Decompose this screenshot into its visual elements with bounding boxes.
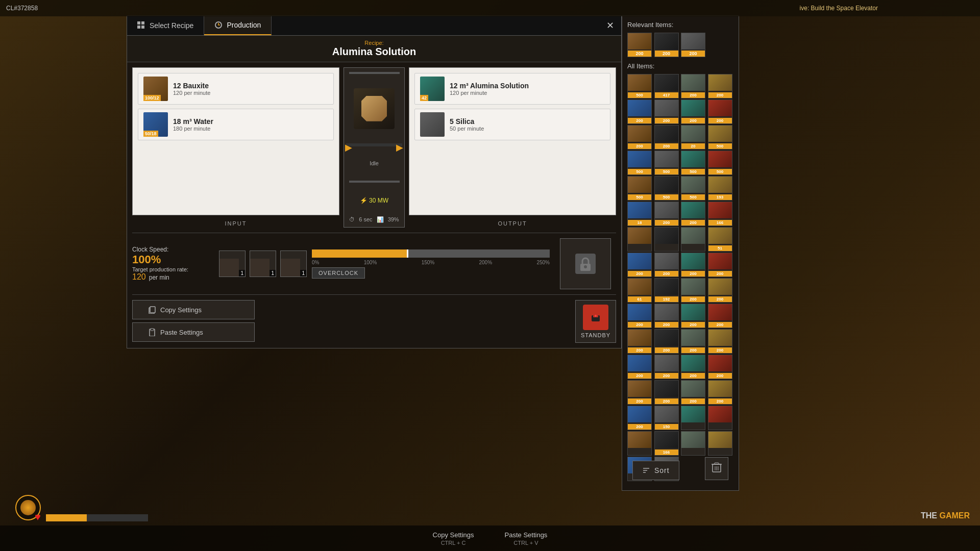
all-item-img-4 xyxy=(628,100,651,116)
all-item-3[interactable]: 200 xyxy=(708,74,732,98)
all-item-55[interactable] xyxy=(708,406,732,430)
all-item-15[interactable]: 500 xyxy=(708,151,732,175)
all-item-33[interactable]: 192 xyxy=(654,278,679,303)
all-item-45[interactable]: 200 xyxy=(654,355,679,379)
relevant-item-1[interactable]: 200 xyxy=(627,33,652,57)
all-item-30[interactable]: 200 xyxy=(681,253,705,277)
all-item-count-21: 200 xyxy=(655,220,678,226)
all-item-1[interactable]: 417 xyxy=(654,74,679,98)
all-item-31[interactable]: 200 xyxy=(708,253,732,277)
trash-button[interactable] xyxy=(705,457,728,480)
all-item-38[interactable]: 200 xyxy=(681,304,705,328)
all-item-8[interactable]: 200 xyxy=(627,125,652,149)
tab-select-recipe[interactable]: Select Recipe xyxy=(127,16,204,35)
all-item-28[interactable]: 200 xyxy=(627,253,652,277)
all-item-29[interactable]: 200 xyxy=(654,253,679,277)
next-recipe-button[interactable]: ▶ xyxy=(396,142,403,153)
all-item-0[interactable]: 500 xyxy=(627,74,652,98)
all-item-count-10: 20 xyxy=(681,143,705,149)
all-item-2[interactable]: 200 xyxy=(681,74,705,98)
all-item-40[interactable]: 200 xyxy=(627,329,652,354)
all-item-36[interactable]: 200 xyxy=(627,304,652,328)
sort-label: Sort xyxy=(654,466,670,474)
tab-production-label: Production xyxy=(227,21,261,29)
all-item-18[interactable]: 500 xyxy=(681,176,705,201)
all-item-54[interactable] xyxy=(681,406,705,430)
all-item-23[interactable]: 166 xyxy=(708,202,732,226)
all-item-22[interactable]: 200 xyxy=(681,202,705,226)
clock-bar[interactable] xyxy=(312,249,550,258)
all-item-20[interactable]: 18 xyxy=(627,202,652,226)
all-item-34[interactable]: 200 xyxy=(681,278,705,303)
all-item-51[interactable]: 200 xyxy=(708,380,732,405)
paste-settings-button[interactable]: Paste Settings xyxy=(132,322,255,342)
shard-2-count: 1 xyxy=(270,270,276,277)
sort-button[interactable]: Sort xyxy=(632,461,679,480)
all-item-42[interactable]: 200 xyxy=(681,329,705,354)
all-item-img-56 xyxy=(628,432,651,448)
prev-recipe-button[interactable]: ▶ xyxy=(345,142,352,153)
all-item-48[interactable]: 200 xyxy=(627,380,652,405)
relevant-item-3[interactable]: 200 xyxy=(681,33,705,57)
shard-slot-1[interactable]: 1 xyxy=(219,251,246,277)
all-item-21[interactable]: 200 xyxy=(654,202,679,226)
all-item-25[interactable] xyxy=(654,227,679,252)
copy-settings-button[interactable]: Copy Settings xyxy=(132,300,255,319)
all-item-24[interactable] xyxy=(627,227,652,252)
shard-3-icon xyxy=(281,259,300,277)
input-label: INPUT xyxy=(225,220,247,227)
all-item-12[interactable]: 500 xyxy=(627,151,652,175)
all-item-17[interactable]: 500 xyxy=(654,176,679,201)
all-item-count-36: 200 xyxy=(628,322,651,328)
all-item-13[interactable]: 500 xyxy=(654,151,679,175)
all-item-44[interactable]: 200 xyxy=(627,355,652,379)
all-item-14[interactable]: 500 xyxy=(681,151,705,175)
all-item-img-20 xyxy=(628,202,651,218)
shard-slot-2[interactable]: 1 xyxy=(250,251,276,277)
close-button[interactable]: ✕ xyxy=(599,16,621,35)
all-item-50[interactable]: 200 xyxy=(681,380,705,405)
all-item-count-5: 200 xyxy=(655,118,678,123)
all-item-32[interactable]: 61 xyxy=(627,278,652,303)
all-item-52[interactable]: 200 xyxy=(627,406,652,430)
relevant-item-2[interactable]: 200 xyxy=(654,33,679,57)
lock-icon xyxy=(575,254,596,274)
all-item-10[interactable]: 20 xyxy=(681,125,705,149)
silica-rate: 50 per minute xyxy=(450,126,605,132)
all-item-26[interactable] xyxy=(681,227,705,252)
all-item-39[interactable]: 200 xyxy=(708,304,732,328)
all-item-11[interactable]: 500 xyxy=(708,125,732,149)
all-item-59[interactable] xyxy=(708,431,732,456)
all-item-img-13 xyxy=(655,151,678,167)
all-item-6[interactable]: 200 xyxy=(681,99,705,124)
all-item-16[interactable]: 500 xyxy=(627,176,652,201)
all-item-7[interactable]: 200 xyxy=(708,99,732,124)
all-item-img-18 xyxy=(681,177,705,193)
lock-slot[interactable] xyxy=(560,238,611,289)
all-item-5[interactable]: 200 xyxy=(654,99,679,124)
all-item-9[interactable]: 200 xyxy=(654,125,679,149)
all-item-img-2 xyxy=(681,74,705,91)
all-item-47[interactable]: 200 xyxy=(708,355,732,379)
tab-production[interactable]: Production xyxy=(204,16,272,35)
clock-target-value: 120 xyxy=(132,272,146,282)
all-item-4[interactable]: 200 xyxy=(627,99,652,124)
all-item-19[interactable]: 193 xyxy=(708,176,732,201)
all-item-37[interactable]: 200 xyxy=(654,304,679,328)
all-item-35[interactable]: 200 xyxy=(708,278,732,303)
all-item-41[interactable]: 200 xyxy=(654,329,679,354)
all-item-49[interactable]: 200 xyxy=(654,380,679,405)
all-item-count-57: 166 xyxy=(655,449,678,455)
overclock-button[interactable]: OVERCLOCK xyxy=(312,267,365,279)
all-item-46[interactable]: 200 xyxy=(681,355,705,379)
all-item-43[interactable]: 200 xyxy=(708,329,732,354)
all-item-57[interactable]: 166 xyxy=(654,431,679,456)
shard-slot-3[interactable]: 1 xyxy=(280,251,307,277)
all-item-27[interactable]: 51 xyxy=(708,227,732,252)
relevant-item-3-img xyxy=(681,33,705,49)
standby-button[interactable]: STANDBY xyxy=(575,300,616,343)
machine-progress xyxy=(346,143,402,146)
all-item-53[interactable]: 150 xyxy=(654,406,679,430)
all-item-58[interactable] xyxy=(681,431,705,456)
all-item-56[interactable] xyxy=(627,431,652,456)
